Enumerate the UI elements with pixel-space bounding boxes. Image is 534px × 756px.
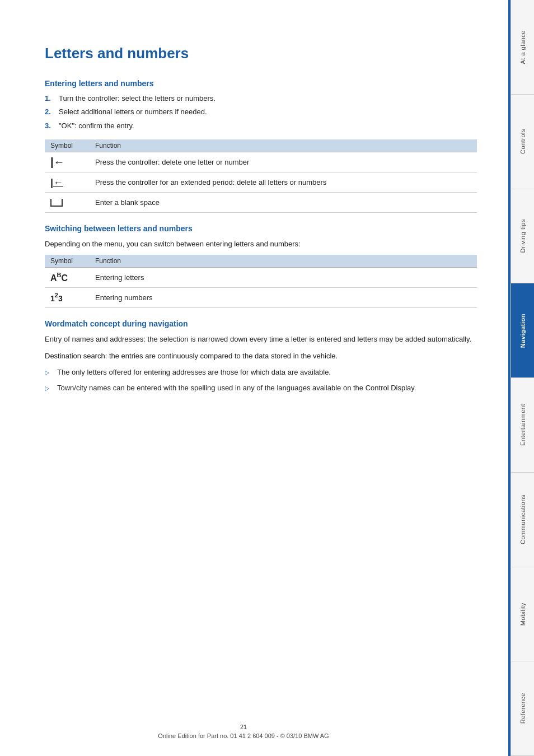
col-function-1: Function	[90, 139, 477, 152]
sidebar: At a glance Controls Driving tips Naviga…	[510, 0, 534, 756]
function-cell: Press the controller for an extended per…	[90, 172, 477, 192]
step-text-2: Select additional letters or numbers if …	[59, 107, 207, 117]
sidebar-tab-communications[interactable]: Communications	[511, 473, 534, 567]
symbol-table-2: Symbol Function ABC Entering letters 123…	[45, 255, 477, 308]
step-text-3: "OK": confirm the entry.	[59, 121, 134, 131]
symbol-table-1: Symbol Function |← Press the controller:…	[45, 139, 477, 213]
abc-icon: ABC	[50, 272, 68, 283]
sidebar-label-controls: Controls	[519, 129, 526, 154]
function-cell: Entering numbers	[90, 288, 477, 308]
page-number: 21	[0, 724, 487, 730]
table-row: 123 Entering numbers	[45, 288, 477, 308]
symbol-cell	[45, 192, 90, 212]
section3-body2: Destination search: the entries are cont…	[45, 351, 477, 362]
sidebar-label-at-a-glance: At a glance	[519, 30, 526, 64]
section3-body1: Entry of names and addresses: the select…	[45, 334, 477, 345]
accent-line	[508, 0, 510, 756]
symbol-cell: |←	[45, 172, 90, 192]
step-num-1: 1.	[45, 94, 56, 104]
steps-list: 1. Turn the controller: select the lette…	[45, 94, 477, 131]
sidebar-tab-mobility[interactable]: Mobility	[511, 567, 534, 662]
section2-body: Depending on the menu, you can switch be…	[45, 239, 477, 250]
bullet-text-2: Town/city names can be entered with the …	[57, 382, 416, 394]
sidebar-label-navigation: Navigation	[519, 314, 526, 348]
col-symbol-2: Symbol	[45, 255, 90, 268]
step-3: 3. "OK": confirm the entry.	[45, 121, 477, 131]
function-cell: Enter a blank space	[90, 192, 477, 212]
bullet-item-2: ▷ Town/city names can be entered with th…	[45, 382, 477, 394]
bullet-text-1: The only letters offered for entering ad…	[57, 367, 331, 378]
table-row: Enter a blank space	[45, 192, 477, 212]
sidebar-label-reference: Reference	[519, 693, 526, 724]
col-symbol-1: Symbol	[45, 139, 90, 152]
numbers-icon: 123	[50, 292, 63, 304]
bullet-item-1: ▷ The only letters offered for entering …	[45, 367, 477, 378]
step-num-2: 2.	[45, 107, 56, 117]
sidebar-tab-reference[interactable]: Reference	[511, 661, 534, 756]
step-num-3: 3.	[45, 121, 56, 131]
sidebar-label-entertainment: Entertainment	[519, 404, 526, 446]
delete-all-icon: |←	[50, 177, 63, 188]
function-cell: Press the controller: delete one letter …	[90, 152, 477, 172]
step-2: 2. Select additional letters or numbers …	[45, 107, 477, 117]
step-text-1: Turn the controller: select the letters …	[59, 94, 216, 104]
sidebar-tab-entertainment[interactable]: Entertainment	[511, 378, 534, 473]
main-content: Letters and numbers Entering letters and…	[0, 0, 510, 756]
bullet-list: ▷ The only letters offered for entering …	[45, 367, 477, 393]
symbol-cell: ABC	[45, 268, 90, 288]
table-row: |← Press the controller for an extended …	[45, 172, 477, 192]
sidebar-tab-navigation[interactable]: Navigation	[511, 283, 534, 378]
section1-heading: Entering letters and numbers	[45, 79, 477, 88]
delete-single-icon: |←	[50, 156, 65, 168]
sidebar-tab-at-a-glance[interactable]: At a glance	[511, 0, 534, 95]
sidebar-label-driving-tips: Driving tips	[519, 219, 526, 253]
function-cell: Entering letters	[90, 268, 477, 288]
sidebar-label-mobility: Mobility	[519, 603, 526, 626]
triangle-icon-1: ▷	[45, 367, 53, 378]
page-footer: 21 Online Edition for Part no. 01 41 2 6…	[0, 724, 487, 739]
page-title: Letters and numbers	[45, 45, 477, 62]
col-function-2: Function	[90, 255, 477, 268]
table-row: |← Press the controller: delete one lett…	[45, 152, 477, 172]
section2-heading: Switching between letters and numbers	[45, 224, 477, 233]
sidebar-label-communications: Communications	[519, 494, 526, 544]
symbol-cell: |←	[45, 152, 90, 172]
sidebar-tab-controls[interactable]: Controls	[511, 95, 534, 189]
space-icon	[50, 199, 63, 207]
page-wrapper: Letters and numbers Entering letters and…	[0, 0, 534, 756]
step-1: 1. Turn the controller: select the lette…	[45, 94, 477, 104]
triangle-icon-2: ▷	[45, 382, 53, 394]
section3-heading: Wordmatch concept during navigation	[45, 319, 477, 328]
sidebar-tab-driving-tips[interactable]: Driving tips	[511, 189, 534, 284]
footer-text: Online Edition for Part no. 01 41 2 604 …	[158, 732, 329, 739]
table-row: ABC Entering letters	[45, 268, 477, 288]
symbol-cell: 123	[45, 288, 90, 308]
